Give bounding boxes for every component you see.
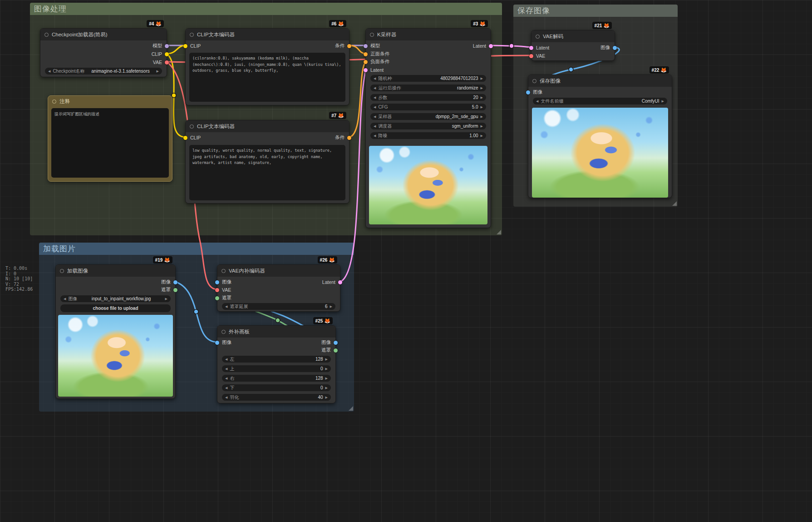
node-header[interactable]: 加载图像	[56, 265, 175, 277]
widget-left[interactable]: ◀ 左 128 ▶	[222, 356, 331, 363]
vae-slot-dot[interactable]	[215, 288, 219, 292]
arrow-left-icon[interactable]: ◀	[536, 99, 538, 103]
node-header[interactable]: CLIP文本编码器	[186, 120, 349, 132]
mask-slot-dot[interactable]	[215, 296, 219, 300]
node-header[interactable]: VAE解码	[531, 30, 615, 42]
widget-sampler[interactable]: ◀ 采样器 dpmpp_2m_sde_gpu ▶	[370, 113, 486, 120]
arrow-left-icon[interactable]: ◀	[374, 96, 376, 99]
arrow-left-icon[interactable]: ◀	[374, 105, 376, 109]
arrow-left-icon[interactable]: ◀	[225, 396, 227, 399]
node-header[interactable]: Checkpoint加载器(简易)	[40, 29, 167, 40]
choose-file-button[interactable]: choose file to upload	[60, 304, 171, 312]
node-header[interactable]: CLIP文本编码器	[186, 29, 349, 40]
image-slot-dot[interactable]	[526, 90, 530, 94]
arrow-left-icon[interactable]: ◀	[374, 115, 376, 119]
collapse-dot-icon[interactable]	[532, 79, 536, 83]
arrow-right-icon[interactable]: ▶	[481, 96, 483, 99]
clip-slot-dot[interactable]	[183, 136, 187, 140]
arrow-right-icon[interactable]: ▶	[481, 77, 483, 80]
arrow-right-icon[interactable]: ▶	[662, 99, 664, 103]
node-header[interactable]: K采样器	[366, 29, 491, 40]
widget-feathering[interactable]: ◀ 羽化 40 ▶	[222, 394, 331, 401]
arrow-right-icon[interactable]: ▶	[481, 86, 483, 90]
widget-cfg[interactable]: ◀ CFG 5.0 ▶	[370, 104, 486, 110]
widget-seed[interactable]: ◀ 随机种 480298847012023 ▶	[370, 75, 486, 82]
image-slot-dot[interactable]	[215, 341, 219, 345]
widget-ckpt-name[interactable]: ◀ Checkpoint名称 animagine-xl-3.1.safetens…	[45, 68, 162, 75]
arrow-left-icon[interactable]: ◀	[225, 377, 227, 380]
widget-right[interactable]: ◀ 右 128 ▶	[222, 375, 331, 382]
arrow-left-icon[interactable]: ◀	[225, 367, 227, 371]
image-slot-dot[interactable]	[173, 280, 177, 284]
node-clip-encoder-negative[interactable]: #7 🦊 CLIP文本编码器 CLIP 条件 low quality, wors…	[185, 120, 349, 204]
collapse-dot-icon[interactable]	[536, 35, 540, 39]
conditioning-slot-dot[interactable]	[364, 60, 368, 64]
collapse-dot-icon[interactable]	[190, 124, 194, 129]
widget-control-after-generate[interactable]: ◀ 运行后操作 randomize ▶	[370, 85, 486, 91]
latent-slot-dot[interactable]	[338, 280, 342, 284]
arrow-left-icon[interactable]: ◀	[48, 70, 50, 73]
clip-slot-dot[interactable]	[165, 52, 169, 56]
collapse-dot-icon[interactable]	[370, 33, 374, 37]
node-ksampler[interactable]: #3 🦊 K采样器 模型 正面条件 负面条件 Latent Latent ◀	[365, 28, 491, 228]
node-note[interactable]: 注释 提示词写扩图区域的描述	[48, 95, 172, 182]
arrow-right-icon[interactable]: ▶	[481, 134, 483, 138]
node-header[interactable]: 保存图像	[528, 75, 672, 87]
widget-scheduler[interactable]: ◀ 调度器 sgm_uniform ▶	[370, 123, 486, 129]
collapse-dot-icon[interactable]	[44, 33, 49, 37]
conditioning-slot-dot[interactable]	[347, 136, 351, 140]
arrow-right-icon[interactable]: ▶	[325, 367, 328, 371]
collapse-dot-icon[interactable]	[221, 269, 226, 273]
vae-slot-dot[interactable]	[529, 54, 533, 58]
widget-image-file[interactable]: ◀ 图像 input_to_inpaint_workflow.jpg ▶	[60, 295, 171, 302]
node-header[interactable]: 注释	[48, 96, 172, 107]
prompt-textarea[interactable]: low quality, worst quality, normal quali…	[189, 145, 345, 200]
node-header[interactable]: VAE内补编码器	[217, 265, 340, 277]
group-titlebar[interactable]: 保存图像	[513, 5, 678, 17]
node-pad-image-outpaint[interactable]: #25 🦊 外补画板 图像 图像 遮罩 ◀ 左 128 ▶ ◀ 上 0	[217, 325, 336, 403]
node-header[interactable]: 外补画板	[217, 326, 335, 338]
node-graph-canvas[interactable]: 图像处理 保存图像 加载图片 T: 0.	[0, 0, 812, 522]
arrow-right-icon[interactable]: ▶	[325, 386, 328, 390]
widget-denoise[interactable]: ◀ 降噪 1.00 ▶	[370, 132, 486, 139]
model-slot-dot[interactable]	[165, 44, 169, 48]
node-vae-encode-inpaint[interactable]: #26 🦊 VAE内补编码器 图像 VAE 遮罩 Latent ◀ 遮罩延展 6…	[217, 264, 340, 312]
arrow-left-icon[interactable]: ◀	[225, 386, 227, 390]
group-resize-handle[interactable]	[349, 406, 353, 411]
arrow-left-icon[interactable]: ◀	[64, 297, 66, 301]
arrow-right-icon[interactable]: ▶	[325, 396, 328, 399]
collapse-dot-icon[interactable]	[52, 99, 56, 104]
group-titlebar[interactable]: 加载图片	[39, 243, 354, 255]
clip-slot-dot[interactable]	[183, 44, 187, 48]
node-clip-encoder-positive[interactable]: #6 🦊 CLIP文本编码器 CLIP 条件 (ciloranko:0.8), …	[185, 28, 349, 105]
arrow-right-icon[interactable]: ▶	[481, 105, 483, 109]
arrow-right-icon[interactable]: ▶	[325, 377, 328, 380]
collapse-dot-icon[interactable]	[60, 269, 64, 273]
arrow-right-icon[interactable]: ▶	[330, 305, 332, 308]
arrow-left-icon[interactable]: ◀	[374, 86, 376, 90]
node-vae-decode[interactable]: #21 🦊 VAE解码 Latent VAE 图像	[531, 30, 615, 61]
vae-slot-dot[interactable]	[165, 60, 169, 65]
arrow-right-icon[interactable]: ▶	[165, 297, 167, 301]
arrow-right-icon[interactable]: ▶	[481, 124, 483, 128]
widget-bottom[interactable]: ◀ 下 0 ▶	[222, 384, 331, 391]
arrow-right-icon[interactable]: ▶	[325, 358, 328, 361]
mask-slot-dot[interactable]	[334, 348, 338, 353]
group-resize-handle[interactable]	[672, 201, 677, 206]
image-slot-dot[interactable]	[613, 46, 617, 50]
image-slot-dot[interactable]	[334, 341, 338, 345]
prompt-textarea[interactable]: (ciloranko:0.8), sakuyamama (kedama milk…	[189, 53, 345, 102]
arrow-left-icon[interactable]: ◀	[225, 305, 227, 308]
image-slot-dot[interactable]	[215, 280, 219, 284]
arrow-right-icon[interactable]: ▶	[481, 115, 483, 119]
arrow-left-icon[interactable]: ◀	[374, 77, 376, 80]
collapse-dot-icon[interactable]	[221, 330, 226, 334]
collapse-dot-icon[interactable]	[190, 33, 194, 37]
widget-top[interactable]: ◀ 上 0 ▶	[222, 365, 331, 372]
latent-slot-dot[interactable]	[529, 46, 533, 50]
latent-slot-dot[interactable]	[364, 68, 368, 72]
model-slot-dot[interactable]	[364, 44, 368, 48]
arrow-right-icon[interactable]: ▶	[157, 70, 159, 73]
arrow-left-icon[interactable]: ◀	[374, 124, 376, 128]
widget-grow-mask[interactable]: ◀ 遮罩延展 6 ▶	[222, 303, 335, 310]
